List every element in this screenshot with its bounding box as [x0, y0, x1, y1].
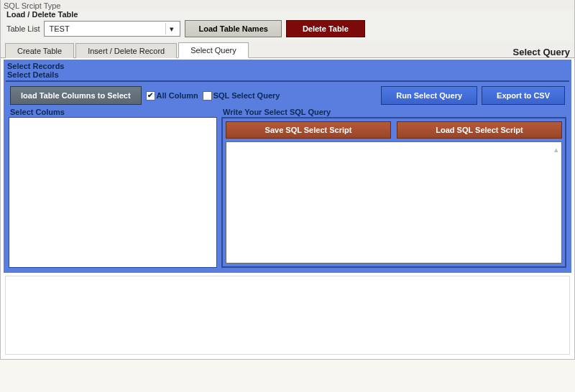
delete-table-button[interactable]: Delete Table [286, 20, 365, 37]
load-table-columns-button[interactable]: load Table Columns to Select [10, 86, 142, 105]
tab-insert-delete-record[interactable]: Insert / Delete Record [75, 43, 177, 58]
query-textarea-container: ▴ [226, 141, 562, 263]
scroll-up-icon[interactable]: ▴ [553, 145, 560, 154]
tab-select-query[interactable]: Select Query [178, 42, 249, 58]
tabstrip: Create Table Insert / Delete Record Sele… [1, 42, 574, 58]
chevron-down-icon: ▾ [165, 23, 177, 34]
all-column-checkbox[interactable]: ✔ [146, 91, 155, 101]
tab-create-table[interactable]: Create Table [5, 43, 74, 58]
sql-select-query-checkbox-wrap[interactable]: SQL Select Query [203, 91, 280, 101]
sql-select-query-checkbox[interactable] [203, 91, 212, 101]
query-box-container: Save SQL Select Script Load SQL Select S… [221, 117, 566, 268]
sql-query-textarea[interactable] [231, 146, 557, 258]
table-list-label: Table List [6, 24, 40, 33]
run-select-query-button[interactable]: Run Select Query [381, 86, 477, 105]
select-details-title: Select Details [6, 70, 569, 80]
tab-body: Select Records Select Details load Table… [1, 58, 574, 359]
window-title: SQL Srcipt Type [1, 0, 574, 10]
active-tab-title: Select Query [513, 45, 575, 57]
all-column-checkbox-wrap[interactable]: ✔ All Column [146, 91, 198, 101]
all-column-label: All Column [157, 91, 198, 100]
sql-select-query-label: SQL Select Query [213, 91, 280, 100]
select-records-panel: Select Records Select Details load Table… [4, 60, 571, 273]
load-table-names-button[interactable]: Load Table Names [185, 20, 281, 37]
select-columns-listbox[interactable] [9, 117, 217, 268]
select-columns-title: Select Colums [9, 108, 217, 117]
load-delete-title: Load / Delete Table [6, 10, 571, 19]
results-area[interactable] [5, 276, 570, 355]
export-to-csv-button[interactable]: Export to CSV [482, 86, 565, 105]
table-list-dropdown[interactable]: TEST ▾ [44, 21, 180, 37]
write-query-title: Write Your Select SQL Query [221, 108, 566, 117]
load-delete-section: Load / Delete Table Table List TEST ▾ Lo… [1, 10, 574, 42]
table-list-value: TEST [49, 24, 69, 33]
load-sql-script-button[interactable]: Load SQL Select Script [397, 121, 562, 139]
sql-script-window: SQL Srcipt Type Load / Delete Table Tabl… [0, 0, 575, 360]
save-sql-script-button[interactable]: Save SQL Select Script [226, 121, 391, 139]
select-toolbar: load Table Columns to Select ✔ All Colum… [9, 85, 566, 108]
select-records-title: Select Records [6, 62, 569, 70]
